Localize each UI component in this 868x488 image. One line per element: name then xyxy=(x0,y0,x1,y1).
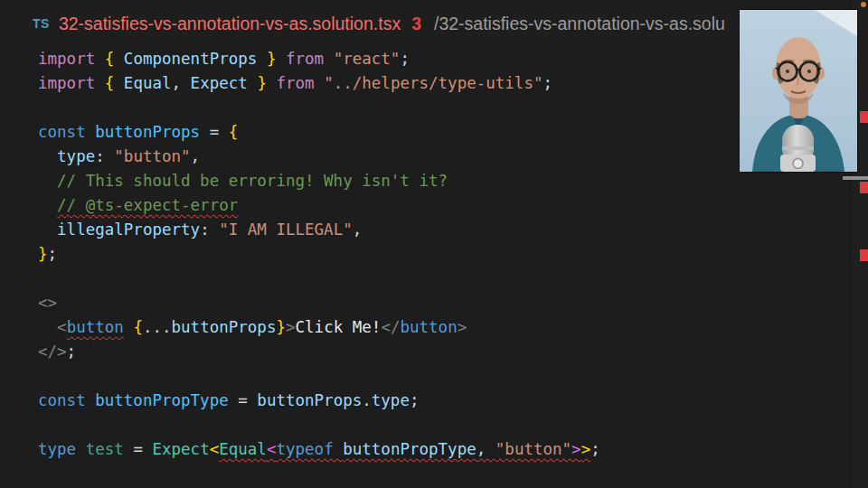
breadcrumb-path[interactable]: /32-satisfies-vs-annotation-vs-as.solu xyxy=(434,14,725,34)
code-token: import xyxy=(38,74,105,92)
code-token: from xyxy=(276,74,324,92)
problems-count-badge: 3 xyxy=(411,14,421,34)
code-line[interactable] xyxy=(38,96,848,120)
code-token: < xyxy=(210,440,220,458)
code-token: </> xyxy=(38,343,67,361)
code-line[interactable] xyxy=(38,413,848,437)
code-token: < xyxy=(57,318,67,336)
code-line[interactable] xyxy=(38,267,848,291)
code-token: } xyxy=(276,318,286,336)
modified-indicator-dot xyxy=(861,2,866,7)
code-token: ; xyxy=(410,391,420,409)
code-token: buttonPropType xyxy=(95,391,238,409)
code-line[interactable]: const buttonProps = { xyxy=(38,120,848,145)
code-line[interactable]: </>; xyxy=(38,340,848,364)
code-line[interactable]: // @ts-expect-error xyxy=(38,193,848,218)
code-token: button xyxy=(400,318,457,336)
presenter-portrait xyxy=(740,10,857,172)
code-token: { xyxy=(229,123,239,141)
code-token: ; xyxy=(542,74,552,92)
code-token: ... xyxy=(143,318,172,336)
code-token: > xyxy=(581,440,591,458)
code-token: { xyxy=(133,318,143,336)
code-token xyxy=(38,221,57,239)
code-token: // @ts-expect-error xyxy=(57,196,238,214)
code-line[interactable]: <button {...buttonProps}>Click Me!</butt… xyxy=(38,315,848,340)
code-token: , xyxy=(172,74,191,92)
code-line[interactable]: import { Equal, Expect } from "../helper… xyxy=(38,71,848,96)
code-token: Expect xyxy=(191,74,258,92)
code-token: ; xyxy=(48,245,58,263)
code-token: > xyxy=(286,318,296,336)
code-token: typeof xyxy=(276,440,343,458)
code-token: buttonPropType xyxy=(343,440,476,458)
code-line[interactable]: const buttonPropType = buttonProps.type; xyxy=(38,389,848,413)
code-token: button xyxy=(67,318,124,336)
code-line[interactable]: }; xyxy=(38,242,848,267)
code-token: } xyxy=(257,74,276,92)
code-token: } xyxy=(267,50,286,68)
code-token: ; xyxy=(67,343,77,361)
code-token: const xyxy=(38,123,95,141)
code-line[interactable]: type: "button", xyxy=(38,145,848,169)
code-token xyxy=(38,172,57,190)
code-token: "I AM ILLEGAL" xyxy=(219,221,353,239)
code-token: Equal xyxy=(124,74,172,92)
code-token: "../helpers/type-utils" xyxy=(324,74,542,92)
code-token: buttonProps xyxy=(257,391,362,409)
code-token: ; xyxy=(400,50,410,68)
code-token: , xyxy=(191,147,201,165)
code-line[interactable]: illegalProperty: "I AM ILLEGAL", xyxy=(38,218,848,242)
code-token: = xyxy=(238,391,257,409)
code-token: buttonProps xyxy=(95,123,209,141)
code-token: , xyxy=(353,221,363,239)
code-token: { xyxy=(105,50,124,68)
error-marker xyxy=(860,249,868,261)
code-token xyxy=(38,318,57,336)
code-token: ComponentProps xyxy=(124,50,267,68)
code-token: type xyxy=(57,147,95,165)
error-marker xyxy=(860,182,868,193)
code-token: { xyxy=(105,74,124,92)
code-token: Click Me! xyxy=(296,318,382,336)
code-token: } xyxy=(38,245,48,263)
code-line[interactable]: <> xyxy=(38,291,848,315)
code-token: = xyxy=(210,123,229,141)
code-token: import xyxy=(38,50,105,68)
code-token: . xyxy=(362,391,372,409)
code-token: > xyxy=(571,440,581,458)
code-line[interactable] xyxy=(38,364,848,389)
scrollbar-thumb[interactable] xyxy=(843,176,868,180)
code-token: ; xyxy=(590,440,600,458)
code-token: , xyxy=(476,440,495,458)
tab-filename[interactable]: 32-satisfies-vs-annotation-vs-as.solutio… xyxy=(59,14,401,34)
code-line[interactable]: import { ComponentProps } from "react"; xyxy=(38,47,848,71)
code-token: illegalProperty xyxy=(57,221,200,239)
code-area[interactable]: import { ComponentProps } from "react";i… xyxy=(38,47,848,462)
code-token: buttonProps xyxy=(172,318,277,336)
code-token: "button" xyxy=(495,440,571,458)
code-token: </ xyxy=(381,318,400,336)
code-token: <> xyxy=(38,294,57,312)
code-line[interactable]: // This should be erroring! Why isn't it… xyxy=(38,169,848,193)
vscode-window: TS 32-satisfies-vs-annotation-vs-as.solu… xyxy=(0,0,868,488)
code-token xyxy=(124,318,134,336)
code-token xyxy=(38,196,57,214)
code-token: = xyxy=(133,440,152,458)
code-token: // This should be erroring! Why isn't it… xyxy=(57,172,448,190)
typescript-file-icon: TS xyxy=(33,16,50,31)
code-token: type xyxy=(38,440,86,458)
code-token: Equal xyxy=(219,440,267,458)
code-token: "react" xyxy=(334,50,401,68)
code-token: : xyxy=(200,221,219,239)
code-token xyxy=(38,147,57,165)
code-token: Expect xyxy=(152,440,209,458)
code-line[interactable]: type test = Expect<Equal<typeof buttonPr… xyxy=(38,437,848,462)
code-token: type xyxy=(372,391,410,409)
code-token: test xyxy=(86,440,134,458)
code-token: < xyxy=(267,440,277,458)
code-token: from xyxy=(286,50,334,68)
code-token: > xyxy=(458,318,467,336)
webcam-overlay xyxy=(740,10,857,172)
error-marker xyxy=(860,111,868,123)
